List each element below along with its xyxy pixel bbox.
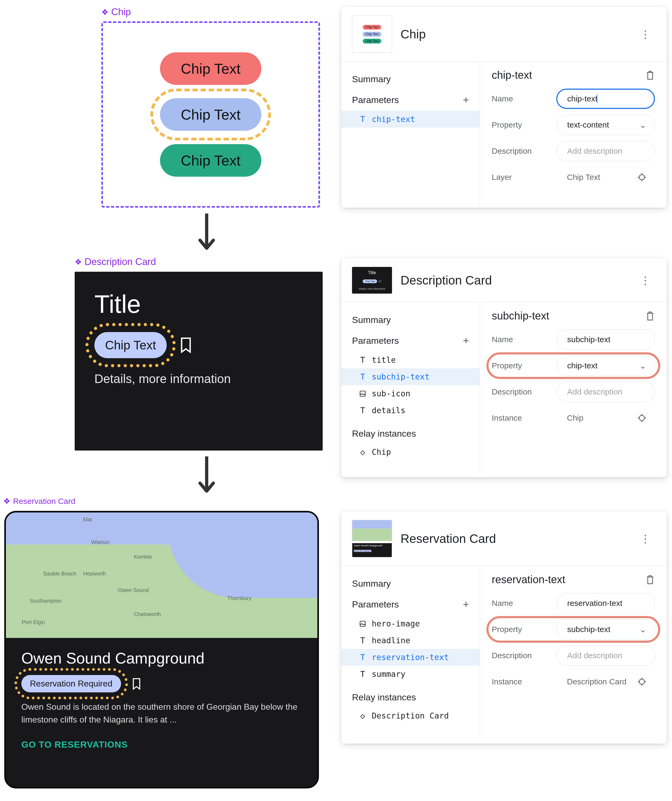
text-icon: T	[358, 653, 367, 662]
component-label-text: Reservation Card	[13, 497, 75, 506]
relay-item-label: Chip	[372, 447, 391, 457]
param-label: summary	[372, 669, 405, 679]
description-placeholder: Add description	[567, 387, 622, 396]
relay-instances-heading: Relay instances	[341, 687, 480, 707]
layer-value-text: Chip Text	[567, 173, 600, 182]
param-label: subchip-text	[372, 372, 430, 381]
chip-variant-blue[interactable]: Chip Text	[160, 98, 261, 131]
panel-title: Reservation Card	[401, 531, 496, 546]
map-label: Sauble Beach	[43, 571, 77, 577]
description-field[interactable]: Add description	[556, 645, 655, 666]
name-label: Name	[492, 335, 548, 344]
param-headline[interactable]: Theadline	[341, 632, 480, 649]
delete-icon[interactable]	[645, 70, 655, 80]
property-select[interactable]: chip-text⌄	[556, 355, 655, 376]
bookmark-icon[interactable]	[132, 678, 141, 690]
instance-value-text: Chip	[567, 413, 584, 423]
param-label: reservation-text	[372, 653, 449, 662]
instance-value[interactable]: Chip	[556, 408, 655, 428]
description-card-preview: Title Chip Text Details, more informatio…	[75, 272, 323, 450]
instance-value[interactable]: Description Card	[556, 672, 655, 692]
chip-variant-green[interactable]: Chip Text	[160, 144, 261, 177]
description-card-chip[interactable]: Chip Text	[95, 332, 167, 358]
reservation-chip[interactable]: Reservation Required	[21, 675, 121, 692]
relay-item-description-card[interactable]: ◇Description Card	[341, 707, 480, 724]
layer-value[interactable]: Chip Text	[556, 167, 655, 187]
name-label: Name	[492, 94, 548, 103]
parameters-heading: Parameters	[352, 599, 399, 610]
map-label: Hepworth	[83, 571, 106, 577]
more-icon[interactable]: ⋮	[635, 532, 656, 545]
add-parameter-button[interactable]: +	[463, 335, 469, 347]
parameters-heading: Parameters	[352, 95, 399, 105]
go-to-reservations-button[interactable]: GO TO RESERVATIONS	[21, 739, 302, 750]
param-chip-text[interactable]: T chip-text	[341, 111, 480, 127]
description-placeholder: Add description	[567, 651, 622, 660]
instance-label: Instance	[492, 677, 548, 686]
relay-item-chip[interactable]: ◇Chip	[341, 444, 480, 460]
svg-point-0	[639, 175, 645, 180]
instance-value-text: Description Card	[567, 677, 626, 686]
param-sub-icon[interactable]: sub-icon	[341, 385, 480, 402]
reservation-headline: Owen Sound Campground	[21, 649, 302, 667]
param-reservation-text[interactable]: Treservation-text	[341, 649, 480, 666]
property-select[interactable]: text-content ⌄	[556, 115, 655, 135]
property-value: text-content	[567, 121, 609, 129]
reservation-card-thumbnail: Owen Sound Campground Reservation Requir…	[352, 520, 392, 557]
diamond-icon: ❖	[3, 497, 10, 506]
summary-tab[interactable]: Summary	[341, 310, 480, 330]
target-icon[interactable]	[637, 413, 646, 423]
diamond-icon: ◇	[358, 711, 367, 721]
delete-icon[interactable]	[645, 574, 655, 585]
layer-label: Layer	[492, 173, 548, 182]
description-field[interactable]: Add description	[556, 382, 655, 402]
target-icon[interactable]	[637, 677, 646, 686]
target-icon[interactable]	[637, 173, 646, 182]
more-icon[interactable]: ⋮	[635, 274, 656, 286]
name-field-value: reservation-text	[567, 599, 622, 608]
form-title: subchip-text	[492, 310, 549, 322]
description-field[interactable]: Add description	[556, 141, 655, 161]
component-label-chip: ❖ Chip	[101, 6, 131, 18]
param-label: headline	[372, 636, 411, 645]
chip-variant-red[interactable]: Chip Text	[160, 52, 261, 85]
param-hero-image[interactable]: hero-image	[341, 615, 480, 632]
param-summary[interactable]: Tsummary	[341, 666, 480, 682]
instance-label: Instance	[492, 413, 548, 423]
param-label: details	[372, 406, 405, 415]
add-parameter-button[interactable]: +	[463, 94, 469, 106]
hero-image-map: Mar Wiarton Kemble Sauble Beach Hepworth…	[6, 513, 318, 638]
chip-panel: Chip Text Chip Text Chip Text Chip ⋮ Sum…	[341, 7, 667, 207]
property-label: Property	[492, 361, 548, 370]
add-parameter-button[interactable]: +	[463, 598, 469, 610]
map-label: Kemble	[134, 554, 152, 560]
param-subchip-text[interactable]: Tsubchip-text	[341, 368, 480, 385]
text-icon: T	[358, 355, 367, 365]
svg-point-4	[639, 679, 645, 684]
chip-variants-frame: Chip Text Chip Text Chip Text	[101, 21, 320, 207]
diamond-icon: ❖	[75, 257, 82, 267]
param-title[interactable]: Ttitle	[341, 352, 480, 368]
component-label-description-card: ❖ Description Card	[75, 256, 156, 267]
property-select[interactable]: subchip-text⌄	[556, 619, 655, 640]
property-label: Property	[492, 121, 548, 129]
name-field[interactable]: chip-text	[556, 88, 655, 109]
summary-tab[interactable]: Summary	[341, 69, 480, 89]
reservation-card-panel: Owen Sound Campground Reservation Requir…	[341, 511, 667, 744]
map-label: Wiarton	[91, 539, 110, 545]
name-field[interactable]: reservation-text	[556, 593, 655, 613]
relay-item-label: Description Card	[372, 711, 449, 721]
arrow-down-icon	[197, 457, 216, 497]
param-label: sub-icon	[372, 389, 411, 398]
relay-instances-heading: Relay instances	[341, 424, 480, 444]
name-field[interactable]: subchip-text	[556, 330, 655, 350]
bookmark-icon[interactable]	[180, 337, 192, 353]
param-details[interactable]: Tdetails	[341, 402, 480, 419]
delete-icon[interactable]	[645, 311, 655, 322]
summary-tab[interactable]: Summary	[341, 574, 480, 594]
map-label: Thornbury	[227, 595, 252, 602]
name-field-value: chip-text	[567, 94, 597, 103]
panel-title: Description Card	[401, 273, 492, 288]
more-icon[interactable]: ⋮	[635, 28, 656, 40]
component-label-text: Chip	[111, 6, 131, 18]
